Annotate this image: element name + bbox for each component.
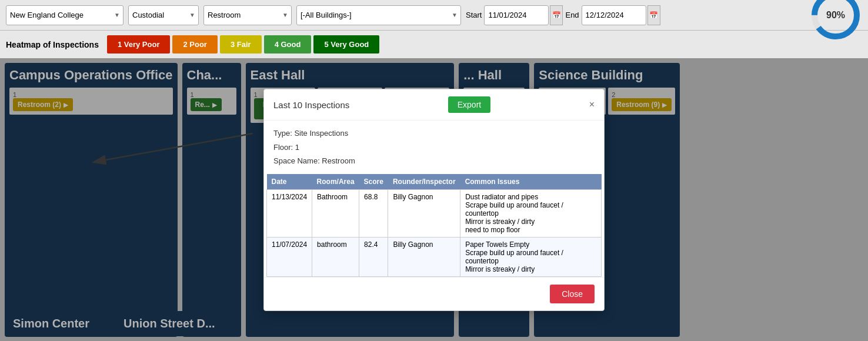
end-label: End bbox=[565, 11, 579, 19]
modal-dialog: Last 10 Inspections Export × Type: Site … bbox=[263, 89, 605, 310]
col-room: Room/Area bbox=[312, 174, 359, 190]
cell-inspector: Billy Gagnon bbox=[388, 189, 460, 237]
modal-header: Last 10 Inspections Export × bbox=[264, 89, 604, 121]
top-bar: New England College ▼ Custodial ▼ Restro… bbox=[0, 0, 868, 31]
donut-percent-label: 90% bbox=[826, 10, 845, 21]
type-select-wrapper: Restroom ▼ bbox=[203, 5, 292, 25]
cell-room: Bathroom bbox=[312, 189, 359, 237]
cell-issues: Paper Towels EmptyScrape build up around… bbox=[460, 237, 602, 276]
svg-line-3 bbox=[106, 133, 253, 160]
cell-date: 11/13/2024 bbox=[267, 189, 312, 237]
college-select-wrapper: New England College ▼ bbox=[6, 5, 123, 25]
modal-floor: Floor: 1 bbox=[273, 141, 595, 154]
end-date-input[interactable] bbox=[582, 5, 646, 25]
college-select[interactable]: New England College bbox=[6, 5, 123, 25]
col-score: Score bbox=[359, 174, 388, 190]
cell-room: bathroom bbox=[312, 237, 359, 276]
table-header-row: Date Room/Area Score Rounder/Inspector C… bbox=[267, 174, 602, 190]
end-calendar-icon[interactable]: 📅 bbox=[647, 5, 660, 25]
modal-close-x[interactable]: × bbox=[589, 99, 595, 110]
date-range-group: Start 📅 End 📅 bbox=[466, 5, 660, 25]
modal-type: Type: Site Inspections bbox=[273, 126, 595, 140]
type-select[interactable]: Restroom bbox=[203, 5, 292, 25]
cell-date: 11/07/2024 bbox=[267, 237, 312, 276]
legend-bar: Heatmap of Inspections 1 Very Poor 2 Poo… bbox=[0, 31, 868, 58]
modal-overlay: Last 10 Inspections Export × Type: Site … bbox=[0, 58, 868, 341]
start-label: Start bbox=[466, 11, 482, 19]
inspections-table: Date Room/Area Score Rounder/Inspector C… bbox=[266, 174, 602, 277]
legend-fair: 3 Fair bbox=[220, 35, 262, 54]
buildings-select-wrapper: [-All Buildings-] ▼ bbox=[296, 5, 461, 25]
legend-poor: 2 Poor bbox=[172, 35, 217, 54]
table-row: 11/13/2024 Bathroom 68.8 Billy Gagnon Du… bbox=[267, 189, 602, 237]
export-button[interactable]: Export bbox=[448, 96, 490, 113]
close-button[interactable]: Close bbox=[550, 285, 595, 303]
donut-chart: 90% bbox=[809, 0, 862, 42]
modal-meta: Type: Site Inspections Floor: 1 Space Na… bbox=[264, 121, 604, 173]
main-grid: Campus Operations Office 1 Restroom (2) … bbox=[0, 58, 868, 341]
buildings-select[interactable]: [-All Buildings-] bbox=[296, 5, 461, 25]
start-calendar-icon[interactable]: 📅 bbox=[550, 5, 563, 25]
modal-title: Last 10 Inspections bbox=[273, 100, 349, 110]
col-inspector: Rounder/Inspector bbox=[388, 174, 460, 190]
col-date: Date bbox=[267, 174, 312, 190]
cell-inspector: Billy Gagnon bbox=[388, 237, 460, 276]
service-select-wrapper: Custodial ▼ bbox=[128, 5, 199, 25]
legend-title: Heatmap of Inspections bbox=[6, 40, 99, 49]
start-date-input[interactable] bbox=[484, 5, 549, 25]
cell-score: 82.4 bbox=[359, 237, 388, 276]
legend-very-poor: 1 Very Poor bbox=[107, 35, 171, 54]
arrow-annotation bbox=[76, 122, 265, 169]
col-issues: Common Issues bbox=[460, 174, 602, 190]
modal-space-name: Space Name: Restroom bbox=[273, 154, 595, 168]
modal-footer: Close bbox=[264, 277, 604, 310]
cell-score: 68.8 bbox=[359, 189, 388, 237]
table-row: 11/07/2024 bathroom 82.4 Billy Gagnon Pa… bbox=[267, 237, 602, 276]
cell-issues: Dust radiator and pipesScrape build up a… bbox=[460, 189, 602, 237]
legend-very-good: 5 Very Good bbox=[313, 35, 379, 54]
legend-good: 4 Good bbox=[264, 35, 312, 54]
service-select[interactable]: Custodial bbox=[128, 5, 199, 25]
modal-table-container: Date Room/Area Score Rounder/Inspector C… bbox=[264, 174, 604, 277]
